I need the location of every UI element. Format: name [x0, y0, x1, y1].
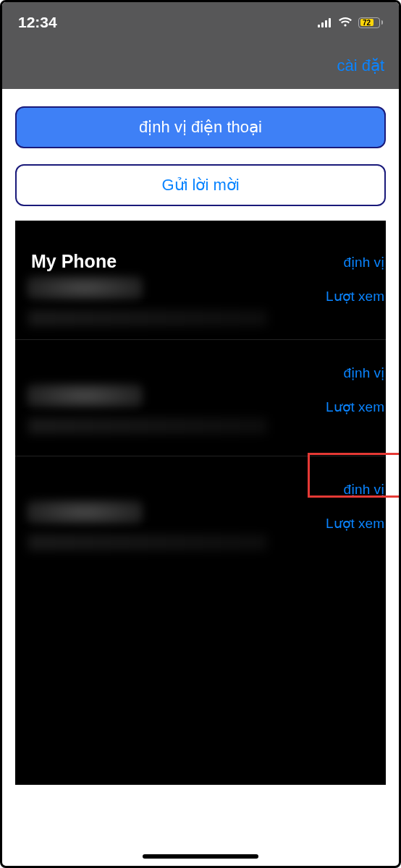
- svg-rect-3: [329, 18, 331, 27]
- svg-rect-0: [318, 25, 320, 27]
- home-indicator[interactable]: [143, 854, 258, 859]
- action-buttons-area: định vị điện thoại Gửi lời mời: [2, 89, 399, 221]
- locate-link[interactable]: định vị: [344, 254, 386, 271]
- list-item: định vị Lượt xem: [15, 456, 386, 550]
- status-indicators: 72: [318, 17, 383, 28]
- wifi-icon: [338, 17, 353, 27]
- redacted-device-detail: [28, 418, 267, 434]
- my-phone-title: My Phone: [31, 251, 284, 272]
- view-link[interactable]: Lượt xem: [326, 288, 386, 305]
- locate-link[interactable]: định vị: [344, 365, 386, 381]
- cellular-signal-icon: [318, 17, 332, 27]
- redacted-device-name: [27, 383, 143, 408]
- redacted-device-detail: [28, 310, 267, 326]
- list-item: định vị Lượt xem: [15, 340, 386, 434]
- svg-rect-2: [325, 20, 327, 27]
- status-time: 12:34: [18, 14, 57, 31]
- settings-link[interactable]: cài đặt: [337, 56, 384, 75]
- locate-link[interactable]: định vị: [344, 481, 386, 498]
- devices-list: My Phone định vị Lượt xem định vị Lượt x…: [15, 221, 386, 785]
- send-invite-button[interactable]: Gửi lời mời: [15, 164, 386, 206]
- view-link[interactable]: Lượt xem: [326, 515, 386, 532]
- redacted-device-detail: [28, 535, 267, 550]
- redacted-device-name: [27, 500, 143, 524]
- view-link[interactable]: Lượt xem: [326, 399, 386, 415]
- battery-percentage: 72: [360, 19, 373, 26]
- locate-phone-button[interactable]: định vị điện thoại: [15, 106, 386, 148]
- redacted-device-name: [27, 276, 143, 300]
- svg-rect-1: [321, 22, 324, 27]
- status-bar: 12:34 72: [2, 2, 399, 43]
- battery-icon: 72: [358, 17, 383, 28]
- navigation-bar: cài đặt: [2, 43, 399, 89]
